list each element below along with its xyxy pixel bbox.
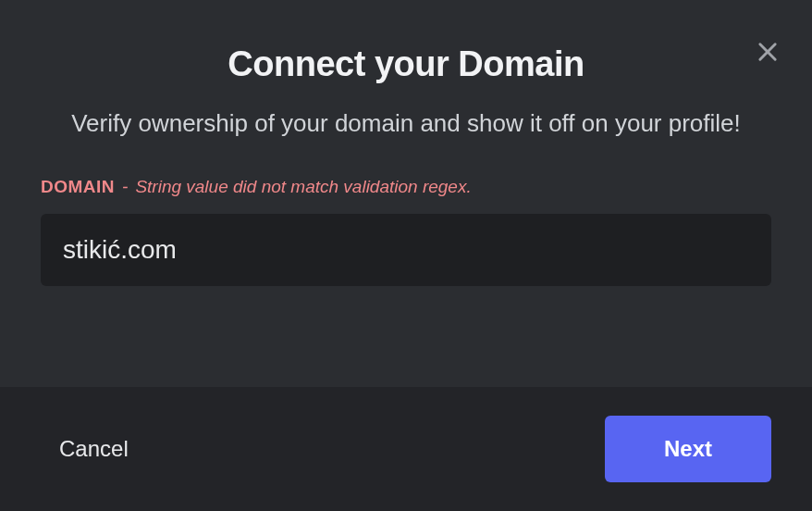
next-button[interactable]: Next <box>605 416 771 482</box>
modal-subtitle: Verify ownership of your domain and show… <box>41 106 771 140</box>
connect-domain-modal: Connect your Domain Verify ownership of … <box>0 0 812 511</box>
field-error-message: String value did not match validation re… <box>135 177 471 197</box>
cancel-button[interactable]: Cancel <box>59 429 129 469</box>
modal-title: Connect your Domain <box>41 44 771 84</box>
domain-field-label: DOMAIN <box>41 177 115 197</box>
field-separator: - <box>122 177 128 197</box>
modal-footer: Cancel Next <box>0 387 812 511</box>
modal-content: Connect your Domain Verify ownership of … <box>0 0 812 387</box>
close-icon <box>755 39 781 65</box>
field-label-row: DOMAIN - String value did not match vali… <box>41 177 771 197</box>
close-button[interactable] <box>753 37 782 67</box>
domain-input[interactable] <box>41 214 771 286</box>
